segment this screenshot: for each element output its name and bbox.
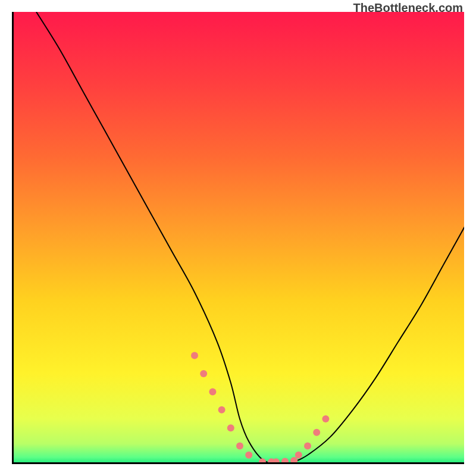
marker-point [209,388,216,395]
marker-point [313,429,320,436]
chart-container: TheBottleneck.com [0,0,476,476]
bottleneck-curve [36,12,464,464]
marker-point [191,352,198,359]
watermark-text: TheBottleneck.com [353,1,463,15]
marker-point [218,406,226,414]
marker-point [281,458,289,464]
marker-point [259,458,266,464]
marker-point [295,452,302,459]
marker-point [200,370,207,377]
marker-point [236,443,243,450]
curve-layer [14,12,464,464]
marker-point [304,443,311,450]
highlight-markers [191,352,329,464]
marker-point [227,424,234,431]
marker-point [245,452,252,459]
plot-area [12,12,464,464]
marker-point [322,415,329,422]
